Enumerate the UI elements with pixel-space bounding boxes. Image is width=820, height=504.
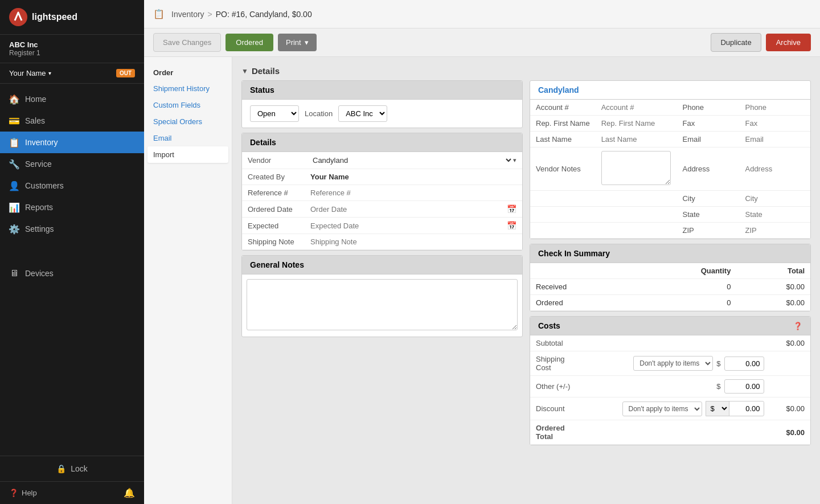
breadcrumb-current: PO: #16, Candyland, $0.00 xyxy=(216,10,312,19)
account-input[interactable] xyxy=(601,103,671,112)
sidebar-item-inventory[interactable]: 📋 Inventory xyxy=(0,132,144,153)
expected-date-input[interactable] xyxy=(310,222,507,230)
zip-row: ZIP xyxy=(530,223,810,239)
main-panel: ▼ Details Status Open Closed Pending xyxy=(232,57,820,504)
sidebar-item-settings[interactable]: ⚙️ Settings xyxy=(0,218,144,240)
lock-label: Lock xyxy=(71,464,88,473)
nav-custom-fields[interactable]: Custom Fields xyxy=(144,97,232,113)
home-icon: 🏠 xyxy=(9,94,19,104)
checkin-table: Quantity Total Received 0 $0.00 xyxy=(530,263,810,311)
state-label: State xyxy=(676,207,739,223)
nav-email[interactable]: Email xyxy=(144,130,232,146)
sidebar-item-label: Reports xyxy=(25,203,53,212)
sidebar-item-home[interactable]: 🏠 Home xyxy=(0,88,144,110)
status-section: Status Open Closed Pending Location ABC … xyxy=(241,80,523,128)
out-badge: OUT xyxy=(116,69,135,77)
email-input[interactable] xyxy=(745,135,805,144)
shipping-currency: $ xyxy=(716,359,720,368)
shipping-cost-row: Shipping Cost Don't apply to items Apply… xyxy=(530,351,810,376)
user-name: Your Name ▾ xyxy=(9,69,51,77)
general-notes-textarea[interactable] xyxy=(247,279,518,330)
phone-label: Phone xyxy=(676,100,739,116)
details-toggle-icon[interactable]: ▼ xyxy=(241,67,248,75)
last-name-label: Last Name xyxy=(530,132,596,147)
status-body: Open Closed Pending Location ABC Inc xyxy=(242,100,522,128)
sidebar-item-reports[interactable]: 📊 Reports xyxy=(0,196,144,218)
reports-icon: 📊 xyxy=(9,202,19,212)
zip-input[interactable] xyxy=(745,226,805,235)
shipping-amount-input[interactable] xyxy=(724,357,764,371)
city-input[interactable] xyxy=(745,194,805,203)
ordered-date-row: Ordered Date 📅 xyxy=(242,201,522,218)
other-amount-input[interactable] xyxy=(724,379,764,394)
ordered-total-label: Ordered Total xyxy=(530,420,587,445)
shipping-apply-select[interactable]: Don't apply to items Apply to items xyxy=(633,356,713,371)
calendar-icon[interactable]: 📅 xyxy=(507,204,516,214)
other-controls-wrap: $ xyxy=(593,379,764,394)
ordered-date-input[interactable] xyxy=(310,205,507,214)
ordered-date-cell: 📅 xyxy=(305,201,522,218)
settings-icon: ⚙️ xyxy=(9,224,19,234)
question-icon: ❓ xyxy=(9,489,18,497)
user-area[interactable]: Your Name ▾ OUT xyxy=(0,63,144,84)
vendor-notes-textarea[interactable] xyxy=(601,151,671,185)
rep-first-input[interactable] xyxy=(601,119,671,128)
expected-calendar-icon[interactable]: 📅 xyxy=(507,221,516,230)
save-changes-button[interactable]: Save Changes xyxy=(153,33,221,52)
reference-input[interactable] xyxy=(310,189,516,197)
discount-type-select[interactable]: $ % xyxy=(706,401,729,416)
lock-button[interactable]: 🔒 Lock xyxy=(0,456,144,481)
sales-icon: 💳 xyxy=(9,116,19,126)
sidebar-item-label: Inventory xyxy=(25,138,58,147)
vendor-notes-label: Vendor Notes xyxy=(530,147,596,191)
duplicate-button[interactable]: Duplicate xyxy=(711,33,761,52)
details-section-header: ▼ Details xyxy=(241,66,811,76)
shipping-note-input[interactable] xyxy=(310,237,516,246)
topbar: 📋 Inventory > PO: #16, Candyland, $0.00 xyxy=(144,0,820,28)
location-label: Location xyxy=(305,109,333,118)
state-input[interactable] xyxy=(745,210,805,219)
logo-area: lightspeed xyxy=(0,0,144,35)
nav-import[interactable]: Import xyxy=(147,146,228,163)
discount-value-input[interactable] xyxy=(729,402,764,415)
help-label: Help xyxy=(22,489,37,497)
sidebar-item-customers[interactable]: 👤 Customers xyxy=(0,175,144,196)
phone-input[interactable] xyxy=(745,103,805,112)
sidebar-item-sales[interactable]: 💳 Sales xyxy=(0,110,144,132)
costs-header: Costs ❓ xyxy=(530,317,810,335)
shipping-note-label: Shipping Note xyxy=(242,234,305,250)
fax-input[interactable] xyxy=(745,119,805,128)
sidebar-item-devices[interactable]: 🖥 Devices xyxy=(0,263,144,284)
account-label: Account # xyxy=(530,100,596,116)
archive-button[interactable]: Archive xyxy=(766,34,811,51)
discount-amount-wrap: $ % xyxy=(706,401,764,416)
address-label: Address xyxy=(676,147,739,191)
state-input-cell xyxy=(739,207,810,223)
print-button[interactable]: Print ▾ xyxy=(278,34,317,51)
nav-shipment-history[interactable]: Shipment History xyxy=(144,80,232,97)
bell-icon[interactable]: 🔔 xyxy=(124,487,135,498)
discount-apply-select[interactable]: Don't apply to items Apply to items xyxy=(622,401,702,416)
vendor-select[interactable]: Candyland xyxy=(310,155,513,165)
address-input[interactable] xyxy=(745,165,805,173)
ordered-button[interactable]: Ordered xyxy=(226,34,273,51)
address-input-cell xyxy=(739,147,810,191)
sidebar-item-service[interactable]: 🔧 Service xyxy=(0,153,144,175)
help-link[interactable]: ❓ Help xyxy=(9,489,37,497)
account-input-cell xyxy=(596,100,677,116)
breadcrumb: Inventory > PO: #16, Candyland, $0.00 xyxy=(171,10,811,19)
vendor-row: Vendor Candyland ▾ xyxy=(242,152,522,169)
other-label: Other (+/-) xyxy=(530,376,587,398)
account-row: Account # Phone xyxy=(530,100,810,116)
sidebar-item-label: Home xyxy=(25,95,46,104)
zip-input-cell xyxy=(739,223,810,239)
costs-info-icon[interactable]: ❓ xyxy=(793,322,802,330)
subtotal-value: $0.00 xyxy=(770,335,811,351)
other-currency: $ xyxy=(716,382,720,391)
location-select[interactable]: ABC Inc xyxy=(338,105,387,122)
last-name-input[interactable] xyxy=(601,135,671,144)
notes-body xyxy=(242,274,522,337)
status-select[interactable]: Open Closed Pending xyxy=(250,105,299,122)
costs-table: Subtotal $0.00 Shipping Cost Don't apply… xyxy=(530,335,810,445)
nav-special-orders[interactable]: Special Orders xyxy=(144,113,232,130)
